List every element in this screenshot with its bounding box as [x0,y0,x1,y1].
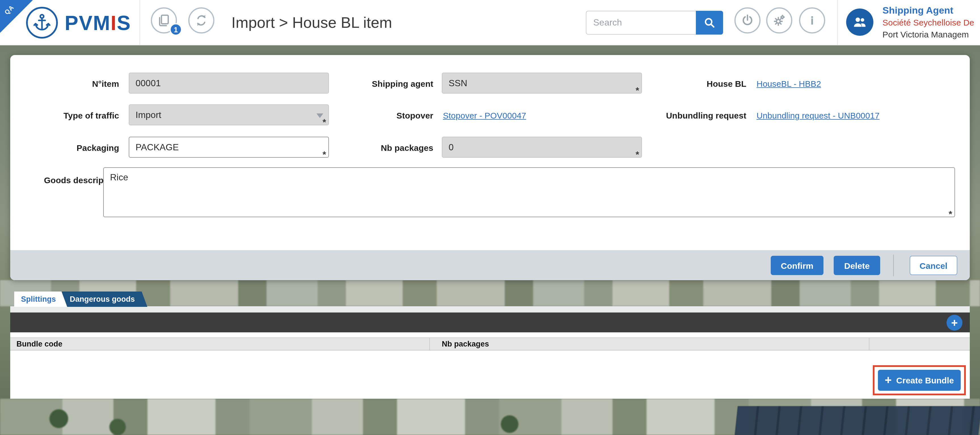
add-splitting-button[interactable]: + [947,315,963,331]
splittings-toolbar [10,312,970,332]
type-of-traffic-value: Import [135,110,161,120]
search-box [586,11,723,35]
app-name-part3: S [117,11,131,35]
settings-button[interactable] [766,7,792,33]
create-bundle-button[interactable]: + Create Bundle [878,370,961,391]
shipping-agent-label: Shipping agent [328,79,433,88]
gear-icon [772,13,787,28]
user-organization: Port Victoria Managem [883,29,980,40]
refresh-icon [194,13,209,28]
nb-packages-label: Nb packages [328,143,433,153]
unbundling-request-label: Unbundling request [628,111,746,120]
action-bar-divider [893,255,894,276]
app-name-part1: PVM [65,11,111,35]
plus-icon: + [885,373,892,387]
packaging-label: Packaging [10,143,119,153]
delete-button[interactable]: Delete [834,256,880,275]
stopover-label: Stopover [328,111,433,120]
info-button[interactable] [799,7,825,33]
notification-badge[interactable]: 1 [170,23,182,36]
stopover-link[interactable]: Stopover - POV00047 [443,111,526,120]
required-marker: * [949,209,952,220]
search-button[interactable] [696,11,723,35]
refresh-button[interactable] [188,7,215,33]
create-bundle-label: Create Bundle [896,376,954,385]
search-input[interactable] [586,11,696,35]
confirm-button[interactable]: Confirm [771,256,824,275]
app-name: PVMIS [65,11,131,35]
users-icon [851,14,868,30]
packaging-field-wrap: * [129,137,329,158]
stopover-link-wrap: Stopover - POV00047 [443,111,526,120]
background-photo-solar-panels [735,406,980,435]
type-of-traffic-label: Type of traffic [10,111,119,120]
header-divider-left [140,0,140,45]
goods-description-textarea[interactable]: Rice [103,167,955,217]
n-item-label: N°item [10,79,119,88]
goods-description-field-wrap: Rice * [103,167,955,217]
header-divider-right [837,0,838,45]
form-action-bar: Confirm Delete Cancel [10,250,970,280]
power-icon [740,13,755,28]
column-header-bundle-code: Bundle code [16,338,62,350]
app-logo[interactable] [26,7,58,38]
unbundling-request-link[interactable]: Unbundling request - UNB00017 [757,111,880,120]
nb-packages-input[interactable] [442,137,642,158]
splittings-table-header: Bundle code Nb packages [10,338,970,351]
logout-button[interactable] [735,7,760,33]
search-icon [703,16,716,29]
unbundling-request-link-wrap: Unbundling request - UNB00017 [757,111,880,120]
required-marker: * [323,150,326,160]
chevron-down-icon [317,113,323,118]
house-bl-label: House BL [628,79,746,88]
column-divider [869,338,869,350]
house-bl-item-form-card: N°item Shipping agent * House BL HouseBL… [10,55,970,280]
required-marker: * [636,150,639,160]
shipping-agent-input[interactable] [442,73,642,94]
user-company: Société Seychelloise De [883,16,980,29]
app-name-part2: I [111,11,117,35]
copy-icon [156,13,171,28]
user-role: Shipping Agent [883,5,980,16]
shipping-agent-field-wrap: * [442,73,642,94]
splittings-table-body-empty [10,351,970,368]
nb-packages-field-wrap: * [442,137,642,158]
page-title: Import > House BL item [231,0,392,45]
house-bl-link-wrap: HouseBL - HBB2 [757,79,821,88]
column-divider [429,338,430,350]
n-item-field-wrap [129,73,329,94]
anchor-icon [32,13,52,33]
background-photo-buildings-band [0,280,980,306]
type-of-traffic-select[interactable]: Import [129,104,329,125]
info-icon [805,13,819,28]
environment-badge: QA [3,3,15,16]
column-header-nb-packages: Nb packages [442,338,489,350]
required-marker: * [636,86,639,96]
packaging-input[interactable] [129,137,329,158]
tab-dangerous-goods[interactable]: Dangerous goods [59,292,148,307]
required-marker: * [323,117,326,127]
n-item-input[interactable] [129,73,329,94]
user-avatar[interactable] [846,8,873,36]
goods-description-label: Goods description [10,175,119,185]
house-bl-link[interactable]: HouseBL - HBB2 [757,79,821,88]
panel-top-spacer [10,306,970,312]
app-root: QA PVMIS 1 [0,0,980,435]
user-info: Shipping Agent Société Seychelloise De P… [883,5,980,40]
type-of-traffic-field-wrap: Import * [129,104,329,125]
tab-splittings[interactable]: Splittings [14,292,67,307]
header: QA PVMIS 1 [0,0,980,45]
cancel-button[interactable]: Cancel [910,256,957,275]
splittings-panel: + Bundle code Nb packages + Create Bundl… [10,306,970,399]
